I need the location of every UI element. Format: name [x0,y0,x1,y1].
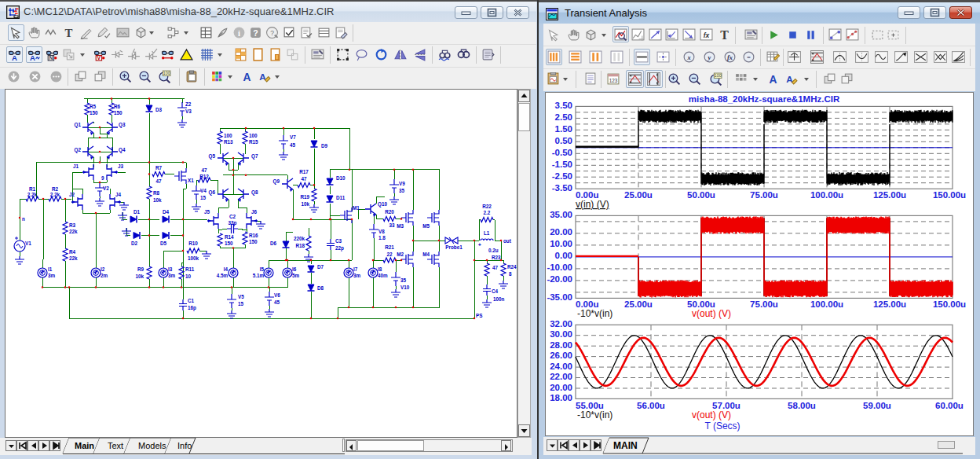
svg-text:R13: R13 [224,139,233,145]
svg-text:D1: D1 [133,209,141,215]
svg-text:+: + [478,242,481,248]
svg-text:100: 100 [163,71,170,75]
svg-text:T: T [720,28,729,42]
svg-text:N: N [49,55,53,61]
svg-text:R12: R12 [199,174,209,179]
svg-text:M1: M1 [353,205,360,211]
svg-text:22.00: 22.00 [550,372,572,381]
svg-text:2.2k: 2.2k [27,192,38,197]
svg-text:3m: 3m [48,273,56,278]
svg-text:I1: I1 [48,266,53,272]
svg-text:I2: I2 [101,266,105,272]
svg-text:V2: V2 [103,185,109,191]
svg-text:0.2u: 0.2u [488,248,499,253]
svg-text:D7: D7 [317,264,324,270]
svg-text:R16: R16 [249,233,258,238]
svg-text:A: A [12,53,17,61]
svg-text:5m: 5m [292,273,300,278]
svg-text:18.00: 18.00 [550,393,572,402]
svg-text:R22: R22 [482,204,492,209]
svg-text:1.50: 1.50 [555,124,572,134]
svg-text:-1.50: -1.50 [552,160,572,169]
svg-text:fx: fx [704,31,711,39]
svg-text:125.00u: 125.00u [873,190,906,200]
svg-text:T: T [65,27,73,39]
svg-text:100n: 100n [493,296,505,302]
svg-text:0.00u: 0.00u [576,190,598,200]
svg-text:125.00u: 125.00u [873,299,906,309]
svg-text:?: ? [253,28,258,38]
svg-text:R3: R3 [69,222,76,228]
svg-text:22p: 22p [335,245,344,252]
svg-text:75.00u: 75.00u [750,299,778,309]
svg-text:25.00u: 25.00u [624,299,653,309]
svg-text:J6: J6 [251,209,258,215]
svg-text:R7: R7 [155,165,163,171]
svg-text:D10: D10 [336,175,346,181]
svg-text:C3: C3 [335,238,342,244]
svg-text:75.00u: 75.00u [750,190,778,200]
svg-text:45: 45 [274,299,280,305]
svg-text:R21: R21 [385,244,394,250]
svg-text:D4: D4 [163,209,170,215]
svg-text:Models: Models [138,441,166,450]
svg-text:V7: V7 [290,134,296,140]
svg-text:123: 123 [609,78,618,83]
svg-text:22k: 22k [69,229,78,234]
svg-text:Q5: Q5 [209,153,216,160]
svg-text:59.00u: 59.00u [863,401,891,410]
svg-text:24.00: 24.00 [550,362,572,371]
svg-text:20.00: 20.00 [550,227,572,237]
svg-text:20.00: 20.00 [550,383,572,392]
svg-text:I4: I4 [224,266,229,272]
svg-text:v(out) (V): v(out) (V) [692,409,731,420]
svg-text:100k: 100k [188,255,199,261]
svg-text:x: x [686,53,691,61]
svg-text:PS: PS [476,313,482,318]
svg-text:0.50: 0.50 [555,136,572,145]
svg-text:R15: R15 [249,139,258,145]
svg-text:I5: I5 [260,266,265,272]
svg-text:Q4: Q4 [119,147,126,153]
svg-text:45: 45 [290,142,296,148]
svg-text:100.00u: 100.00u [810,190,843,200]
svg-text:V1: V1 [25,241,31,246]
svg-text:?: ? [270,29,274,37]
svg-text:-3.50: -3.50 [552,183,572,193]
svg-text:I7: I7 [353,266,358,272]
svg-text:35: 35 [399,188,405,193]
svg-text:D3: D3 [155,107,163,112]
svg-text:10k: 10k [301,201,309,207]
svg-text:22k: 22k [69,255,78,261]
svg-text:150: 150 [114,110,122,116]
svg-text:10.00: 10.00 [550,239,572,248]
svg-text:Q3: Q3 [119,122,126,128]
svg-text:i: i [238,29,240,38]
svg-text:50.00u: 50.00u [687,299,715,309]
svg-text:150: 150 [90,110,98,116]
svg-text:R24: R24 [507,264,517,270]
svg-text:58.00u: 58.00u [788,401,816,410]
svg-text:5.1m: 5.1m [253,273,265,278]
svg-text:2.2k: 2.2k [50,192,60,197]
svg-text:Probe1: Probe1 [445,244,463,250]
svg-text:150.00u: 150.00u [933,190,966,200]
svg-text:V: V [97,55,101,61]
svg-text:R14: R14 [225,234,234,240]
svg-text:35.00: 35.00 [550,210,572,219]
svg-text:D8: D8 [317,285,324,291]
svg-text:C4: C4 [492,288,499,294]
svg-text:47: 47 [201,167,207,173]
svg-text:T (Secs): T (Secs) [704,420,740,431]
svg-text:220k: 220k [294,236,305,241]
svg-text:misha-88_20kHz-square&1MHz.CIR: misha-88_20kHz-square&1MHz.CIR [689,94,840,104]
svg-text:v(in) (V): v(in) (V) [576,199,609,210]
svg-text:Z2: Z2 [185,101,192,107]
svg-text:22: 22 [386,252,393,257]
svg-text:9: 9 [101,175,104,181]
svg-text:n: n [22,216,25,222]
svg-text:47: 47 [155,178,162,184]
svg-text:10k: 10k [153,197,162,203]
svg-text:I3: I3 [168,266,173,272]
svg-text:fx: fx [727,53,733,61]
